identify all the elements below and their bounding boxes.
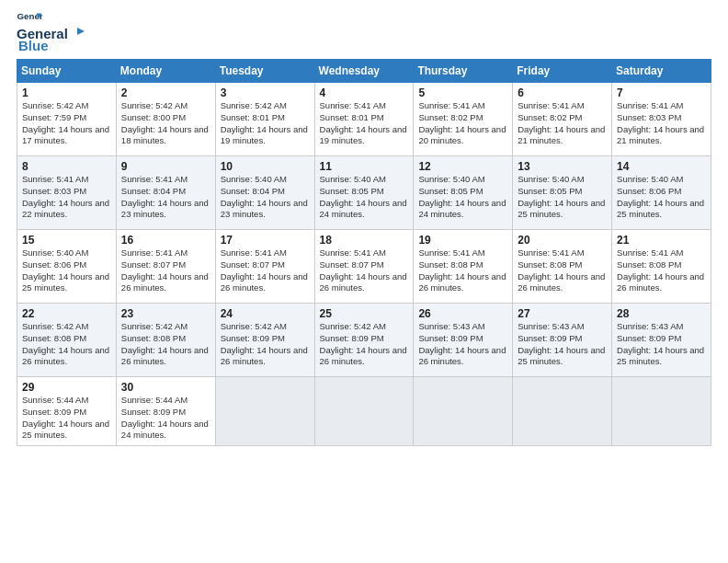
day-number: 29 (22, 381, 112, 394)
calendar-cell: 19Sunrise: 5:41 AMSunset: 8:08 PMDayligh… (414, 230, 513, 304)
calendar-header-row: SundayMondayTuesdayWednesdayThursdayFrid… (17, 60, 711, 83)
day-info: Sunrise: 5:41 AMSunset: 8:07 PMDaylight:… (320, 247, 410, 294)
calendar-cell (513, 377, 612, 446)
day-number: 17 (221, 234, 311, 247)
calendar-cell: 15Sunrise: 5:40 AMSunset: 8:06 PMDayligh… (17, 230, 117, 304)
day-number: 28 (617, 307, 707, 320)
day-number: 7 (617, 86, 707, 99)
day-number: 10 (221, 160, 311, 173)
day-info: Sunrise: 5:41 AMSunset: 8:02 PMDaylight:… (418, 100, 508, 147)
calendar-cell (612, 377, 711, 446)
day-info: Sunrise: 5:42 AMSunset: 8:09 PMDaylight:… (221, 321, 311, 368)
calendar-cell: 25Sunrise: 5:42 AMSunset: 8:09 PMDayligh… (314, 304, 414, 377)
page: General General Blue SundayMondayTuesday… (0, 0, 728, 563)
calendar-cell: 26Sunrise: 5:43 AMSunset: 8:09 PMDayligh… (414, 304, 513, 377)
calendar-cell: 20Sunrise: 5:41 AMSunset: 8:08 PMDayligh… (513, 230, 612, 304)
day-number: 13 (518, 160, 608, 173)
day-number: 6 (518, 86, 608, 99)
day-info: Sunrise: 5:42 AMSunset: 8:01 PMDaylight:… (221, 100, 311, 147)
day-number: 2 (121, 86, 211, 99)
day-info: Sunrise: 5:41 AMSunset: 8:08 PMDaylight:… (518, 247, 608, 294)
calendar-cell: 4Sunrise: 5:41 AMSunset: 8:01 PMDaylight… (314, 83, 414, 156)
calendar-cell: 8Sunrise: 5:41 AMSunset: 8:03 PMDaylight… (17, 156, 117, 230)
day-info: Sunrise: 5:42 AMSunset: 8:09 PMDaylight:… (320, 321, 410, 368)
day-number: 24 (221, 307, 311, 320)
day-number: 23 (121, 307, 211, 320)
day-info: Sunrise: 5:40 AMSunset: 8:06 PMDaylight:… (617, 174, 707, 221)
day-info: Sunrise: 5:40 AMSunset: 8:04 PMDaylight:… (221, 174, 311, 221)
header-friday: Friday (513, 60, 612, 83)
calendar-cell: 11Sunrise: 5:40 AMSunset: 8:05 PMDayligh… (314, 156, 414, 230)
calendar-cell: 27Sunrise: 5:43 AMSunset: 8:09 PMDayligh… (513, 304, 612, 377)
day-info: Sunrise: 5:42 AMSunset: 8:08 PMDaylight:… (22, 321, 112, 368)
calendar-table: SundayMondayTuesdayWednesdayThursdayFrid… (17, 59, 711, 446)
day-info: Sunrise: 5:44 AMSunset: 8:09 PMDaylight:… (121, 395, 211, 442)
day-info: Sunrise: 5:42 AMSunset: 7:59 PMDaylight:… (22, 100, 112, 147)
day-info: Sunrise: 5:41 AMSunset: 8:08 PMDaylight:… (418, 247, 508, 294)
day-info: Sunrise: 5:42 AMSunset: 8:08 PMDaylight:… (121, 321, 211, 368)
day-info: Sunrise: 5:43 AMSunset: 8:09 PMDaylight:… (617, 321, 707, 368)
calendar-cell (215, 377, 314, 446)
header-sunday: Sunday (17, 60, 117, 83)
day-info: Sunrise: 5:41 AMSunset: 8:03 PMDaylight:… (617, 100, 707, 147)
calendar-cell: 21Sunrise: 5:41 AMSunset: 8:08 PMDayligh… (612, 230, 711, 304)
day-info: Sunrise: 5:40 AMSunset: 8:05 PMDaylight:… (418, 174, 508, 221)
day-number: 1 (22, 86, 112, 99)
day-info: Sunrise: 5:43 AMSunset: 8:09 PMDaylight:… (518, 321, 608, 368)
day-info: Sunrise: 5:41 AMSunset: 8:01 PMDaylight:… (320, 100, 410, 147)
calendar-cell: 30Sunrise: 5:44 AMSunset: 8:09 PMDayligh… (116, 377, 215, 446)
day-info: Sunrise: 5:40 AMSunset: 8:05 PMDaylight:… (320, 174, 410, 221)
day-number: 3 (221, 86, 311, 99)
day-number: 11 (320, 160, 410, 173)
day-number: 5 (418, 86, 508, 99)
calendar-cell: 29Sunrise: 5:44 AMSunset: 8:09 PMDayligh… (17, 377, 117, 446)
day-number: 9 (121, 160, 211, 173)
day-number: 12 (418, 160, 508, 173)
day-info: Sunrise: 5:41 AMSunset: 8:04 PMDaylight:… (121, 174, 211, 221)
calendar-cell: 28Sunrise: 5:43 AMSunset: 8:09 PMDayligh… (612, 304, 711, 377)
day-number: 27 (518, 307, 608, 320)
header-tuesday: Tuesday (215, 60, 314, 83)
day-info: Sunrise: 5:41 AMSunset: 8:03 PMDaylight:… (22, 174, 112, 221)
day-number: 22 (22, 307, 112, 320)
day-number: 25 (320, 307, 410, 320)
calendar-cell (314, 377, 414, 446)
day-number: 4 (320, 86, 410, 99)
calendar-cell: 12Sunrise: 5:40 AMSunset: 8:05 PMDayligh… (414, 156, 513, 230)
day-number: 21 (617, 234, 707, 247)
calendar-cell: 13Sunrise: 5:40 AMSunset: 8:05 PMDayligh… (513, 156, 612, 230)
day-info: Sunrise: 5:42 AMSunset: 8:00 PMDaylight:… (121, 100, 211, 147)
day-number: 20 (518, 234, 608, 247)
day-number: 18 (320, 234, 410, 247)
calendar-cell: 10Sunrise: 5:40 AMSunset: 8:04 PMDayligh… (215, 156, 314, 230)
calendar-cell: 23Sunrise: 5:42 AMSunset: 8:08 PMDayligh… (116, 304, 215, 377)
header: General General Blue (17, 9, 711, 53)
calendar-cell: 16Sunrise: 5:41 AMSunset: 8:07 PMDayligh… (116, 230, 215, 304)
day-info: Sunrise: 5:41 AMSunset: 8:07 PMDaylight:… (121, 247, 211, 294)
day-info: Sunrise: 5:40 AMSunset: 8:05 PMDaylight:… (518, 174, 608, 221)
day-number: 19 (418, 234, 508, 247)
day-number: 16 (121, 234, 211, 247)
day-info: Sunrise: 5:41 AMSunset: 8:08 PMDaylight:… (617, 247, 707, 294)
day-info: Sunrise: 5:41 AMSunset: 8:02 PMDaylight:… (518, 100, 608, 147)
day-number: 8 (22, 160, 112, 173)
calendar-cell: 22Sunrise: 5:42 AMSunset: 8:08 PMDayligh… (17, 304, 117, 377)
calendar-cell: 9Sunrise: 5:41 AMSunset: 8:04 PMDaylight… (116, 156, 215, 230)
calendar-cell: 18Sunrise: 5:41 AMSunset: 8:07 PMDayligh… (314, 230, 414, 304)
day-number: 30 (121, 381, 211, 394)
logo-icon: General (17, 9, 42, 26)
svg-marker-2 (77, 28, 85, 35)
calendar-cell: 3Sunrise: 5:42 AMSunset: 8:01 PMDaylight… (215, 83, 314, 156)
calendar-cell: 5Sunrise: 5:41 AMSunset: 8:02 PMDaylight… (414, 83, 513, 156)
day-number: 14 (617, 160, 707, 173)
logo-blue: Blue (18, 38, 49, 53)
header-wednesday: Wednesday (314, 60, 414, 83)
calendar-cell: 24Sunrise: 5:42 AMSunset: 8:09 PMDayligh… (215, 304, 314, 377)
day-info: Sunrise: 5:44 AMSunset: 8:09 PMDaylight:… (22, 395, 112, 442)
day-number: 26 (418, 307, 508, 320)
day-info: Sunrise: 5:41 AMSunset: 8:07 PMDaylight:… (221, 247, 311, 294)
calendar-cell: 6Sunrise: 5:41 AMSunset: 8:02 PMDaylight… (513, 83, 612, 156)
calendar-cell: 2Sunrise: 5:42 AMSunset: 8:00 PMDaylight… (116, 83, 215, 156)
logo-flag-icon (68, 28, 85, 40)
calendar-cell: 1Sunrise: 5:42 AMSunset: 7:59 PMDaylight… (17, 83, 117, 156)
